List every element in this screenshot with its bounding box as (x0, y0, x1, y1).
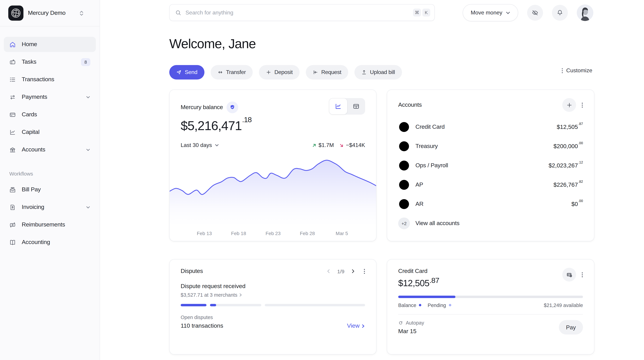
credit-card-cents: .87 (430, 276, 439, 285)
inflow-trend: $1.7M (312, 142, 334, 148)
accounts-menu-button[interactable] (582, 102, 583, 108)
avatar[interactable] (577, 4, 593, 21)
chevron-down-icon (506, 10, 510, 15)
kebab-icon (364, 269, 365, 274)
mercury-account-icon (398, 140, 410, 152)
prev-page-button[interactable] (326, 269, 331, 274)
dispute-progress-segment (265, 304, 365, 306)
search-input[interactable]: Search for anything ⌘ K (169, 4, 435, 21)
move-money-button[interactable]: Move money (463, 4, 518, 21)
capital-icon (9, 129, 16, 135)
chevron-right-icon (239, 293, 242, 297)
trend-summary: $1.7M −$414K (312, 142, 365, 148)
period-label: Last 30 days (181, 142, 212, 148)
card-add-icon (566, 272, 572, 278)
deposit-button[interactable]: Deposit (259, 65, 300, 79)
legend-balance-label: Balance (398, 302, 416, 308)
kebab-icon (582, 272, 583, 277)
sidebar-item-label: Cards (22, 111, 37, 118)
sidebar: Mercury Demo HomeTasks8TransactionsPayme… (0, 0, 100, 360)
upload-bill-button[interactable]: Upload bill (354, 65, 402, 79)
page-title: Welcome, Jane (169, 36, 256, 51)
reimbursements-icon (9, 221, 16, 228)
sidebar-item-reimbursements[interactable]: Reimbursements (4, 217, 96, 232)
more-accounts-badge: +2 (398, 217, 410, 229)
search-icon (175, 9, 181, 16)
customize-button[interactable]: Customize (562, 67, 592, 74)
x-axis-label: Feb 18 (231, 231, 246, 236)
sidebar-item-bill-pay[interactable]: Bill Pay (4, 182, 96, 197)
transfer-icon (217, 69, 223, 75)
bill-pay-icon (9, 186, 16, 193)
chevron-down-icon (86, 205, 90, 209)
tasks-icon (9, 59, 16, 65)
sidebar-item-payments[interactable]: Payments (4, 89, 96, 105)
account-row-credit-card[interactable]: Credit Card$12,505.87 (398, 117, 583, 137)
org-name: Mercury Demo (28, 10, 66, 16)
request-button[interactable]: Request (306, 65, 348, 79)
accounts-card-title: Accounts (398, 102, 422, 108)
page-indicator: 1/9 (337, 268, 344, 274)
sidebar-item-accounts[interactable]: Accounts (4, 142, 96, 157)
mercury-account-icon (398, 121, 410, 133)
send-button[interactable]: Send (169, 65, 204, 79)
disputes-menu-button[interactable] (364, 269, 365, 274)
sidebar-item-label: Bill Pay (22, 186, 41, 193)
credit-card-amount: $12,505.87 (398, 276, 439, 289)
sidebar-item-invoicing[interactable]: Invoicing (4, 200, 96, 215)
sidebar-item-capital[interactable]: Capital (4, 125, 96, 140)
home-icon (9, 41, 16, 48)
accounting-icon (9, 239, 16, 246)
autopay-info: Autopay Mar 15 (398, 320, 424, 335)
add-account-button[interactable] (562, 98, 576, 112)
line-chart-icon (335, 103, 342, 110)
open-disputes: Open disputes 110 transactions (181, 315, 223, 329)
line-chart-toggle[interactable] (329, 98, 347, 115)
table-view-toggle[interactable] (347, 98, 365, 115)
account-row-ar[interactable]: AR$0.00 (398, 194, 583, 214)
account-name: Treasury (416, 143, 438, 150)
topbar-right: Move money (463, 4, 593, 21)
invoicing-icon (9, 204, 16, 210)
chart-x-axis: Feb 13Feb 18Feb 23Feb 28Mar 5 (170, 231, 376, 237)
account-name: AP (416, 181, 423, 188)
privacy-toggle-button[interactable] (527, 5, 543, 21)
view-disputes-link[interactable]: View (347, 323, 365, 329)
k-key: K (422, 8, 430, 16)
account-row-treasury[interactable]: Treasury$200,000.00 (398, 137, 583, 156)
sidebar-item-label: Home (22, 41, 37, 48)
org-switcher[interactable]: Mercury Demo (0, 0, 100, 26)
sidebar-item-cards[interactable]: Cards (4, 107, 96, 122)
next-page-button[interactable] (350, 269, 356, 274)
sidebar-item-tasks[interactable]: Tasks8 (4, 54, 96, 69)
move-money-label: Move money (471, 10, 502, 16)
dispute-progress-segment (181, 304, 206, 306)
sidebar-item-home[interactable]: Home (4, 37, 96, 52)
mercury-account-icon (398, 179, 410, 191)
app-window: Mercury Demo HomeTasks8TransactionsPayme… (0, 0, 644, 360)
x-axis-label: Feb 13 (197, 231, 212, 236)
sidebar-item-transactions[interactable]: Transactions (4, 72, 96, 87)
dispute-subtext[interactable]: $3,527.71 at 3 merchants (181, 292, 365, 298)
account-name: AR (416, 201, 423, 207)
transfer-button[interactable]: Transfer (210, 65, 253, 79)
sidebar-item-accounting[interactable]: Accounting (4, 235, 96, 250)
account-balance: $0.00 (572, 200, 583, 207)
org-switcher-caret-icon (79, 10, 84, 16)
command-key: ⌘ (413, 8, 421, 16)
account-row-ops-payroll[interactable]: Ops / Payroll$2,023,267.12 (398, 156, 583, 175)
kebab-icon (582, 102, 583, 108)
account-name: Credit Card (416, 124, 444, 130)
add-card-button[interactable] (562, 268, 576, 282)
credit-card-menu-button[interactable] (582, 272, 583, 277)
balance-card: Mercury balance (169, 89, 376, 241)
pay-button[interactable]: Pay (559, 320, 583, 335)
account-row-ap[interactable]: AP$226,767.82 (398, 175, 583, 194)
period-select[interactable]: Last 30 days (181, 142, 219, 148)
cards-icon (9, 111, 16, 118)
chevron-down-icon (86, 95, 90, 99)
accounts-list: Credit Card$12,505.87Treasury$200,000.00… (398, 117, 583, 214)
main-content: Search for anything ⌘ K Move money (100, 0, 644, 360)
notifications-button[interactable] (552, 5, 568, 21)
view-all-accounts[interactable]: +2 View all accounts (398, 214, 583, 233)
